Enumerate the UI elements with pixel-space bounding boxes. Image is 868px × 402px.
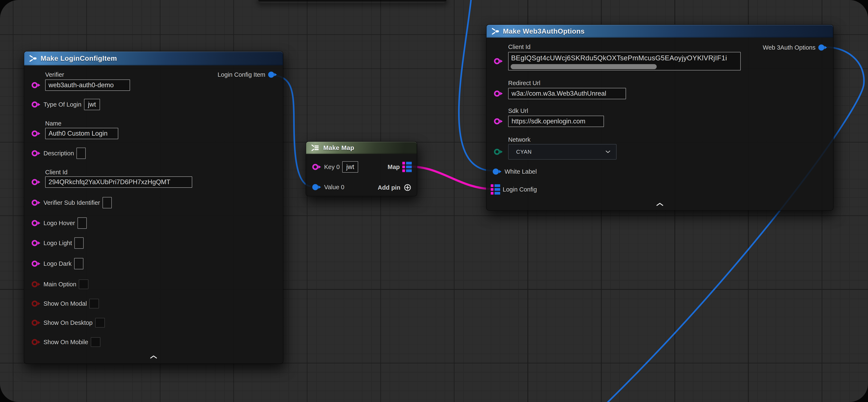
collapse-node-button[interactable]	[656, 203, 663, 207]
logo-light-input[interactable]	[74, 237, 84, 249]
add-pin-button[interactable]: Add pin	[378, 183, 412, 192]
node-header[interactable]: Make Web3AuthOptions	[487, 25, 833, 38]
offscreen-node-shadow	[258, 0, 446, 3]
logo-dark-row: Logo Dark	[31, 258, 84, 269]
node-title: Make Web3AuthOptions	[503, 27, 585, 35]
chevron-up-icon	[150, 355, 157, 359]
logo-dark-input[interactable]	[74, 258, 84, 269]
verifier-input[interactable]	[45, 80, 130, 91]
output-row-login-config-item: Login Config Item	[218, 70, 278, 79]
add-pin-icon	[403, 183, 412, 192]
key0-pin[interactable]	[312, 163, 321, 171]
show-on-modal-row: Show On Modal	[31, 299, 99, 309]
verifier-sub-identifier-row: Verifier Sub Identifier	[31, 197, 112, 208]
show-on-desktop-checkbox[interactable]	[95, 318, 105, 327]
value0-pin[interactable]	[312, 183, 321, 191]
chevron-down-icon	[606, 150, 610, 153]
show-on-mobile-pin[interactable]	[31, 338, 41, 346]
make-struct-icon	[29, 55, 37, 62]
show-on-desktop-pin[interactable]	[31, 318, 41, 327]
main-option-pin[interactable]	[31, 280, 41, 288]
white-label-label: White Label	[504, 168, 537, 175]
key0-input[interactable]: jwt	[342, 161, 358, 173]
map-output-row: Map	[388, 162, 412, 172]
logo-dark-label: Logo Dark	[43, 260, 72, 267]
name-pin[interactable]	[31, 129, 41, 138]
chevron-up-icon	[656, 203, 663, 206]
sdk-url-label: Sdk Url	[508, 108, 528, 114]
show-on-desktop-label: Show On Desktop	[43, 319, 93, 326]
show-on-modal-checkbox[interactable]	[89, 299, 99, 309]
redirect-url-pin[interactable]	[494, 89, 503, 98]
description-input[interactable]	[76, 148, 86, 159]
network-dropdown[interactable]: CYAN	[508, 144, 617, 160]
wire-map-to-loginconfig[interactable]	[411, 167, 494, 189]
white-label-row: White Label	[492, 167, 537, 176]
client-id-input[interactable]	[45, 176, 192, 188]
client-id-label: Client Id	[45, 169, 67, 176]
show-on-modal-label: Show On Modal	[43, 300, 87, 307]
network-selected-value: CYAN	[516, 149, 532, 155]
logo-hover-row: Logo Hover	[31, 218, 87, 229]
logo-dark-pin[interactable]	[31, 259, 41, 268]
node-title: Make LoginConfigItem	[40, 54, 117, 62]
white-label-pin[interactable]	[492, 167, 502, 176]
client-id-pin[interactable]	[494, 57, 503, 65]
make-map-icon	[311, 144, 320, 151]
sdk-url-input[interactable]	[508, 116, 604, 127]
network-pin[interactable]	[494, 148, 503, 156]
client-id-pin[interactable]	[31, 178, 41, 186]
logo-light-pin[interactable]	[31, 239, 41, 247]
main-option-label: Main Option	[43, 281, 76, 288]
type-of-login-row: Type Of Login jwt	[31, 99, 100, 110]
login-config-row: Login Config	[491, 184, 537, 195]
network-label: Network	[508, 136, 530, 143]
logo-hover-input[interactable]	[78, 218, 87, 229]
verifier-pin[interactable]	[31, 81, 41, 89]
logo-light-label: Logo Light	[43, 240, 72, 247]
add-pin-label: Add pin	[378, 184, 400, 191]
value0-label: Value 0	[324, 184, 344, 191]
verifier-sub-identifier-input[interactable]	[102, 197, 112, 208]
type-of-login-label: Type Of Login	[43, 101, 82, 108]
web3auth-options-output-row: Web 3Auth Options	[763, 43, 828, 52]
login-config-item-output-pin[interactable]	[268, 70, 278, 79]
verifier-sub-identifier-pin[interactable]	[31, 199, 41, 207]
show-on-mobile-label: Show On Mobile	[43, 339, 88, 346]
node-make-web3authoptions[interactable]: Make Web3AuthOptions Web 3Auth Options C…	[486, 24, 834, 211]
sdk-url-pin[interactable]	[494, 117, 503, 125]
client-id-value: BEglQSgt4cUWcj6SKRdu5QkOXTsePmMcusG5EAoy…	[508, 52, 740, 62]
make-struct-icon	[491, 28, 500, 35]
node-header[interactable]: Make Map	[306, 142, 417, 154]
client-id-input[interactable]: BEglQSgt4cUWcj6SKRdu5QkOXTsePmMcusG5EAoy…	[508, 52, 741, 70]
node-title: Make Map	[323, 144, 354, 151]
show-on-mobile-checkbox[interactable]	[91, 337, 100, 347]
redirect-url-input[interactable]	[508, 88, 626, 99]
blueprint-canvas[interactable]: Make LoginConfigItem Login Config Item V…	[0, 0, 868, 402]
show-on-mobile-row: Show On Mobile	[31, 337, 100, 347]
type-of-login-input[interactable]: jwt	[84, 99, 100, 110]
description-pin[interactable]	[31, 149, 41, 157]
verifier-sub-identifier-label: Verifier Sub Identifier	[43, 199, 100, 206]
web3auth-options-output-pin[interactable]	[818, 43, 828, 52]
logo-hover-label: Logo Hover	[43, 220, 75, 227]
output-pin-label: Login Config Item	[218, 71, 265, 78]
logo-hover-pin[interactable]	[31, 219, 41, 227]
show-on-modal-pin[interactable]	[31, 299, 41, 308]
name-input[interactable]	[45, 128, 118, 139]
node-header[interactable]: Make LoginConfigItem	[24, 52, 283, 65]
node-make-loginconfigitem[interactable]: Make LoginConfigItem Login Config Item V…	[24, 51, 283, 364]
key0-label: Key 0	[324, 164, 340, 171]
verifier-label: Verifier	[45, 71, 64, 78]
node-make-map[interactable]: Make Map Key 0 jwt Map Value 0	[306, 141, 417, 196]
login-config-pin[interactable]	[491, 184, 500, 195]
main-option-checkbox[interactable]	[79, 280, 88, 289]
map-output-pin[interactable]	[402, 162, 412, 172]
output-pin-label: Web 3Auth Options	[763, 44, 815, 51]
type-of-login-pin[interactable]	[31, 100, 41, 109]
map-output-label: Map	[388, 164, 400, 171]
description-label: Description	[43, 150, 74, 157]
collapse-node-button[interactable]	[150, 355, 157, 360]
description-row: Description	[31, 148, 86, 159]
client-id-scrollbar[interactable]	[511, 64, 657, 69]
